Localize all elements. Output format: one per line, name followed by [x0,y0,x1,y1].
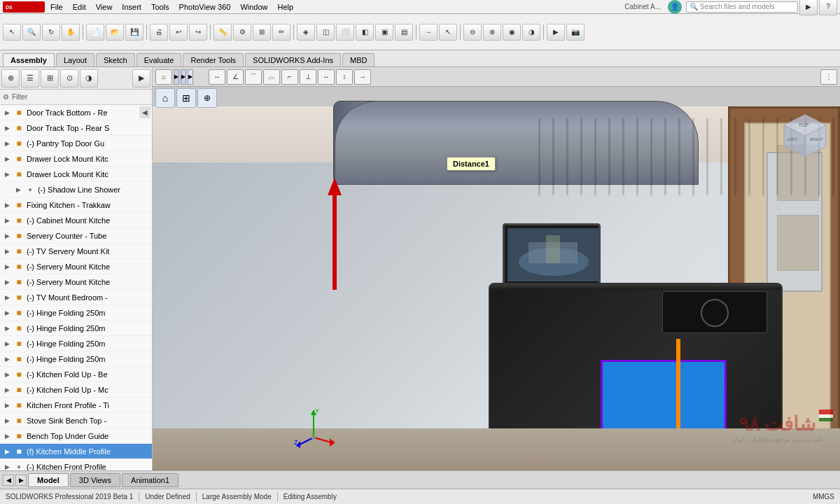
tool-save[interactable]: 💾 [125,24,144,41]
panel-btn-configurationmanager[interactable]: ⊞ [41,69,59,88]
tree-item-13[interactable]: ▶ ■ (-) TV Mount Bedroom - [0,290,152,305]
expand-arrow[interactable]: ▶ [3,201,11,209]
tab-mbd[interactable]: MBD [342,53,374,66]
vp-arrow-type[interactable]: → [354,69,371,85]
tool-rotate[interactable]: ↻ [42,24,60,41]
tool-measure[interactable]: 📏 [214,24,232,41]
expand-arrow[interactable]: ▶ [3,278,11,286]
search-bar[interactable]: 🔍 Search files and models [686,1,798,13]
vp-measure-arc[interactable]: ⌓ [263,69,280,85]
tab-animation1[interactable]: Animation1 [122,473,178,487]
expand-arrow[interactable]: ▶ [3,170,11,178]
tool-display3[interactable]: ⬜ [336,24,354,41]
vp-measure-perp[interactable]: ⊥ [300,69,316,85]
tree-item-10[interactable]: ▶ ■ (-) TV Servery Mount Kit [0,244,152,259]
tree-item-18[interactable]: ▶ ■ (-) Kitchen Fold Up - Be [0,367,152,382]
vp-triad-btn3[interactable]: ▶ [188,69,193,85]
panel-btn-featuremanager[interactable]: ☰ [21,69,39,88]
tree-item-22[interactable]: ▶ ■ Bench Top Under Guide [0,428,152,444]
tool-print[interactable]: 🖨 [150,24,168,41]
item-collapse[interactable]: ◀ [139,106,150,118]
tool-cursor[interactable]: ↖ [439,24,457,41]
tree-item-14[interactable]: ▶ ■ (-) Hinge Folding 250m [0,305,152,321]
tree-item-23[interactable]: ▶ ■ (f) Kitchen Middle Profile [0,444,152,459]
expand-arrow[interactable]: ▶ [3,401,11,410]
panel-btn-driveworks[interactable]: ⊙ [60,69,78,88]
panel-btn-appearance[interactable]: ◑ [80,69,98,88]
tool-display2[interactable]: ◫ [316,24,335,41]
expand-arrow[interactable]: ▶ [3,370,11,379]
vp-measure-line[interactable]: ⌐ [281,69,298,85]
expand-arrow[interactable]: ▶ [3,232,11,240]
vp-home[interactable]: ⌂ [155,69,172,85]
tool-magnet[interactable]: ⊕ [483,24,501,41]
expand-arrow[interactable]: ▶ [3,216,11,225]
tab-assembly[interactable]: Assembly [3,53,55,66]
menu-edit[interactable]: Edit [69,2,90,12]
menu-photoview[interactable]: PhotoView 360 [175,2,235,12]
vp-measure-horiz[interactable]: ↔ [318,69,335,85]
tab-addins[interactable]: SOLIDWORKS Add-Ins [245,53,341,66]
tool-hide[interactable]: ◉ [503,24,521,41]
tool-select[interactable]: ↖ [3,24,21,41]
tree-item-16[interactable]: ▶ ■ (-) Hinge Folding 250m [0,336,152,351]
expand-arrow[interactable]: ▶ [3,324,11,332]
tool-view-top[interactable]: ▤ [395,24,413,41]
expand-arrow[interactable]: ▶ [3,139,11,148]
tool-cam[interactable]: 📷 [566,24,584,41]
vp-triad-btn[interactable]: ▶ [174,69,179,85]
help-button[interactable]: ? [819,0,837,15]
expand-arrow[interactable]: ▶ [3,463,11,471]
expand-arrow[interactable]: ▶ [3,416,11,425]
tab-3d-views[interactable]: 3D Views [70,473,120,487]
menu-window[interactable]: Window [236,2,272,12]
nav-cube[interactable]: TOP RIGHT LEFT [777,111,833,167]
tab-model[interactable]: Model [28,473,69,487]
expand-arrow[interactable]: ▶ [3,355,11,363]
tree-item-19[interactable]: ▶ ■ (-) Kitchen Fold Up - Mc [0,382,152,398]
tree-item-7[interactable]: ▶ ■ Fixing Kitchen - Trakkaw [0,197,152,213]
menu-tools[interactable]: Tools [147,2,174,12]
expand-arrow[interactable]: ▶ [3,155,11,163]
vp-view-options[interactable]: ⋮ [820,69,837,85]
panel-collapse-btn[interactable]: ▶ [132,69,150,88]
tool-zoom[interactable]: 🔍 [22,24,41,41]
expand-arrow[interactable]: ▶ [3,293,11,302]
tool-pan[interactable]: ✋ [62,24,80,41]
tool-display4[interactable]: ◧ [356,24,374,41]
vp-measure-angle[interactable]: ∠ [227,69,244,85]
expand-arrow[interactable]: ▶ [3,262,11,271]
tool-material[interactable]: ◑ [522,24,540,41]
tool-edit[interactable]: ✏ [272,24,290,41]
expand-arrow[interactable]: ▶ [14,186,22,194]
tool-mate[interactable]: ⚙ [233,24,251,41]
vp-measure-rad[interactable]: ⌒ [245,69,262,85]
tree-item-1[interactable]: ▶ ■ Door Track Bottom - Re ◀ [0,105,152,120]
tree-item-4[interactable]: ▶ ■ Drawer Lock Mount Kitc [0,151,152,167]
tab-evaluate[interactable]: Evaluate [136,53,182,66]
tool-sim[interactable]: ▶ [547,24,565,41]
expand-arrow[interactable]: ▶ [3,309,11,317]
view-target[interactable]: ⊕ [197,88,217,108]
tree-item-24[interactable]: ▶ ● (-) Kitchen Front Profile [0,459,152,470]
tree-item-8[interactable]: ▶ ■ (-) Cabinet Mount Kitche [0,213,152,228]
tree-item-20[interactable]: ▶ ■ Kitchen Front Profile - Ti [0,398,152,413]
tab-sketch[interactable]: Sketch [96,53,135,66]
menu-view[interactable]: View [92,2,117,12]
tree-item-12[interactable]: ▶ ■ (-) Servery Mount Kitche [0,274,152,290]
menu-insert[interactable]: Insert [118,2,146,12]
expand-arrow[interactable]: ▶ [3,124,11,132]
expand-arrow[interactable]: ▶ [3,386,11,394]
tree-item-2[interactable]: ▶ ■ Door Track Top - Rear S [0,120,152,136]
panel-btn-propertymanager[interactable]: ⊕ [1,69,20,88]
tool-view-front[interactable]: ▣ [375,24,393,41]
tree-item-11[interactable]: ▶ ■ (-) Servery Mount Kitche [0,259,152,274]
tree-item-6[interactable]: ▶ ● (-) Shadow Line Shower [0,182,152,197]
tree-item-21[interactable]: ▶ ■ Stove Sink Bench Top - [0,413,152,428]
expand-arrow[interactable]: ▶ [3,340,11,348]
vp-triad-btn2[interactable]: ▶ [181,69,186,85]
menu-file[interactable]: File [46,2,67,12]
tool-redo[interactable]: ↪ [189,24,207,41]
tab-layout[interactable]: Layout [56,53,94,66]
view-home-btn[interactable]: ⌂ [155,88,175,108]
